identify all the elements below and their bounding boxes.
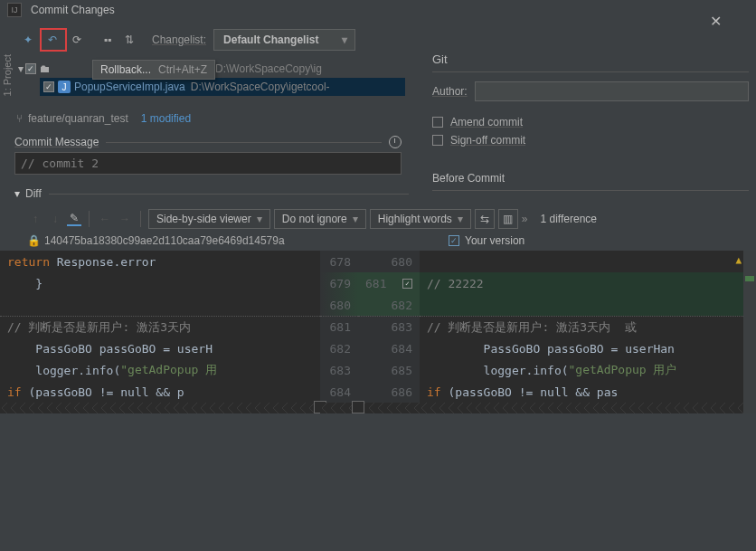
expand-all-icon[interactable]: ⇅ (119, 30, 139, 50)
checkbox[interactable]: ✓ (25, 63, 36, 74)
branch-name: feature/quanran_test (28, 112, 128, 125)
commit-toolbar: ✦ ↶ ⟳ ▪▪ ⇅ Changelist: Default Changelis… (0, 20, 416, 60)
left-revision-hash: 140475ba18380c99ae2d110caa79e6469d14579a (44, 234, 285, 247)
sync-scroll-icon[interactable]: ▥ (498, 209, 518, 229)
tree-root-row[interactable]: ▾ ✓ 🖿 Rollback...Ctrl+Alt+Z ter 1 file D… (18, 60, 405, 78)
diff-left-gutter: 678 679 680 681 682 683 684 (320, 251, 358, 413)
commit-message-header: Commit Message (14, 136, 402, 148)
tree-file-row[interactable]: ✓ J PopupServiceImpl.java D:\WorkSpaceCo… (40, 78, 405, 96)
author-input[interactable] (475, 81, 749, 101)
diff-toolbar: ↑ ↓ ✎ ← → Side-by-side viewer Do not ign… (0, 205, 756, 233)
close-icon[interactable]: ✕ (710, 13, 722, 30)
prev-change-icon[interactable]: ↑ (27, 213, 43, 225)
changelist-label: Changelist: (152, 33, 206, 46)
refresh-icon[interactable]: ⟳ (67, 30, 87, 50)
checkbox[interactable]: ✓ (43, 81, 54, 92)
branch-icon: ⑂ (16, 112, 23, 125)
diff-right-pane[interactable]: ▲ // 22222 // 判断是否是新用户: 激活3天内 或 PassGoBO… (420, 251, 743, 413)
before-commit-section: Before Commit (432, 172, 749, 191)
collapse-unchanged-icon[interactable]: ⇆ (475, 209, 495, 229)
author-label: Author: (432, 85, 468, 98)
viewer-mode-select[interactable]: Side-by-side viewer (148, 209, 270, 229)
branch-row: ⑂ feature/quanran_test 1 modified (0, 103, 416, 128)
diff-label: Diff (25, 187, 42, 200)
diff-count: 1 difference (541, 213, 598, 225)
tree-file-path: D:\WorkSpaceCopy\igetcool- (191, 81, 330, 93)
tree-file-name: PopupServiceImpl.java (74, 81, 185, 93)
your-version-checkbox[interactable]: ✓ (449, 235, 459, 246)
tooltip-shortcut: Ctrl+Alt+Z (158, 63, 207, 76)
diff-right-gutter: 680 681✓ 682 683 684 685 686 (358, 251, 420, 413)
diff-labels-row: 🔒 140475ba18380c99ae2d110caa79e6469d1457… (0, 233, 756, 251)
changelist-select[interactable]: Default Changelist (213, 29, 355, 51)
diff-minimap[interactable] (743, 251, 756, 413)
next-file-icon[interactable]: → (117, 213, 133, 225)
modified-link[interactable]: 1 modified (141, 112, 191, 125)
signoff-checkbox[interactable]: ✓ (432, 135, 443, 146)
commit-message-label: Commit Message (14, 136, 99, 148)
before-commit-label: Before Commit (432, 172, 505, 185)
your-version-label: Your version (465, 234, 524, 247)
group-by-icon[interactable]: ▪▪ (98, 30, 118, 50)
accept-chunk-checkbox[interactable]: ✓ (402, 279, 412, 289)
folder-icon: 🖿 (40, 62, 51, 75)
next-change-icon[interactable]: ↓ (47, 213, 63, 225)
rollback-tooltip: Rollback...Ctrl+Alt+Z (92, 60, 215, 80)
amend-label: Amend commit (450, 116, 523, 128)
lock-icon: 🔒 (27, 234, 41, 247)
diff-section-header[interactable]: ▾ Diff (14, 187, 409, 200)
diff-left-pane[interactable]: return Response.error } // 判断是否是新用户: 激活3… (0, 251, 320, 413)
title-bar: IJ Commit Changes (0, 0, 756, 20)
rollback-icon[interactable]: ↶ (43, 30, 62, 50)
chevron-down-icon[interactable]: ▾ (14, 187, 20, 200)
changes-tree: ▾ ✓ 🖿 Rollback...Ctrl+Alt+Z ter 1 file D… (0, 60, 416, 103)
splitter-handle[interactable] (352, 401, 364, 413)
show-diff-icon[interactable]: ✦ (18, 30, 38, 50)
more-icon[interactable]: » (522, 213, 528, 225)
whitespace-select[interactable]: Do not ignore (274, 209, 366, 229)
highlighted-rollback-region: ↶ (40, 28, 67, 52)
amend-checkbox[interactable]: ✓ (432, 117, 443, 128)
window-title: Commit Changes (31, 4, 115, 16)
highlight-select[interactable]: Highlight words (370, 209, 471, 229)
edit-source-icon[interactable]: ✎ (67, 212, 81, 226)
commit-message-input[interactable]: // commit 2 (14, 152, 402, 175)
tooltip-label: Rollback... (100, 63, 151, 76)
history-icon[interactable] (389, 136, 402, 148)
signoff-label: Sign-off commit (450, 134, 525, 147)
chevron-down-icon[interactable]: ▾ (18, 62, 24, 75)
java-file-icon: J (58, 81, 71, 93)
prev-file-icon[interactable]: ← (97, 213, 113, 225)
diff-viewer: return Response.error } // 判断是否是新用户: 激活3… (0, 251, 756, 413)
git-section-label: Git (432, 52, 749, 66)
ide-logo-icon: IJ (7, 3, 22, 17)
